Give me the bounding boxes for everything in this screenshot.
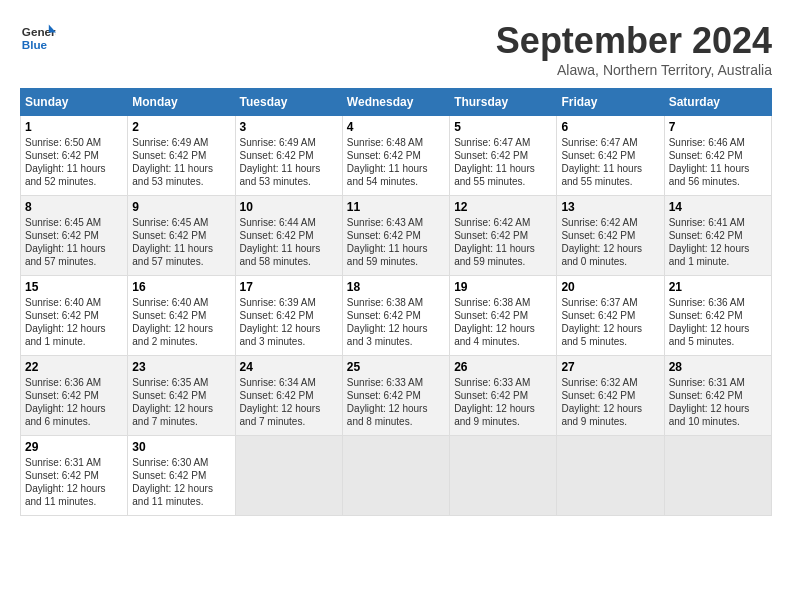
calendar-cell: 23Sunrise: 6:35 AM Sunset: 6:42 PM Dayli… — [128, 356, 235, 436]
day-number: 18 — [347, 280, 445, 294]
day-content: Sunrise: 6:37 AM Sunset: 6:42 PM Dayligh… — [561, 296, 659, 348]
day-number: 24 — [240, 360, 338, 374]
day-number: 4 — [347, 120, 445, 134]
day-of-week-header: Saturday — [664, 89, 771, 116]
day-of-week-header: Tuesday — [235, 89, 342, 116]
day-content: Sunrise: 6:42 AM Sunset: 6:42 PM Dayligh… — [454, 216, 552, 268]
day-number: 17 — [240, 280, 338, 294]
day-number: 5 — [454, 120, 552, 134]
day-number: 16 — [132, 280, 230, 294]
calendar-cell: 22Sunrise: 6:36 AM Sunset: 6:42 PM Dayli… — [21, 356, 128, 436]
calendar-cell — [235, 436, 342, 516]
day-content: Sunrise: 6:48 AM Sunset: 6:42 PM Dayligh… — [347, 136, 445, 188]
day-content: Sunrise: 6:38 AM Sunset: 6:42 PM Dayligh… — [347, 296, 445, 348]
day-content: Sunrise: 6:32 AM Sunset: 6:42 PM Dayligh… — [561, 376, 659, 428]
day-number: 26 — [454, 360, 552, 374]
day-content: Sunrise: 6:49 AM Sunset: 6:42 PM Dayligh… — [132, 136, 230, 188]
day-number: 13 — [561, 200, 659, 214]
day-number: 6 — [561, 120, 659, 134]
day-number: 22 — [25, 360, 123, 374]
day-content: Sunrise: 6:38 AM Sunset: 6:42 PM Dayligh… — [454, 296, 552, 348]
day-content: Sunrise: 6:30 AM Sunset: 6:42 PM Dayligh… — [132, 456, 230, 508]
day-content: Sunrise: 6:31 AM Sunset: 6:42 PM Dayligh… — [25, 456, 123, 508]
day-content: Sunrise: 6:33 AM Sunset: 6:42 PM Dayligh… — [347, 376, 445, 428]
day-content: Sunrise: 6:33 AM Sunset: 6:42 PM Dayligh… — [454, 376, 552, 428]
day-of-week-header: Thursday — [450, 89, 557, 116]
calendar-cell: 9Sunrise: 6:45 AM Sunset: 6:42 PM Daylig… — [128, 196, 235, 276]
calendar-cell: 11Sunrise: 6:43 AM Sunset: 6:42 PM Dayli… — [342, 196, 449, 276]
calendar-cell: 8Sunrise: 6:45 AM Sunset: 6:42 PM Daylig… — [21, 196, 128, 276]
day-number: 2 — [132, 120, 230, 134]
calendar-cell — [664, 436, 771, 516]
calendar-cell: 28Sunrise: 6:31 AM Sunset: 6:42 PM Dayli… — [664, 356, 771, 436]
calendar-cell: 7Sunrise: 6:46 AM Sunset: 6:42 PM Daylig… — [664, 116, 771, 196]
day-content: Sunrise: 6:35 AM Sunset: 6:42 PM Dayligh… — [132, 376, 230, 428]
day-content: Sunrise: 6:47 AM Sunset: 6:42 PM Dayligh… — [454, 136, 552, 188]
calendar-cell — [557, 436, 664, 516]
calendar-cell: 19Sunrise: 6:38 AM Sunset: 6:42 PM Dayli… — [450, 276, 557, 356]
day-number: 1 — [25, 120, 123, 134]
day-content: Sunrise: 6:44 AM Sunset: 6:42 PM Dayligh… — [240, 216, 338, 268]
day-number: 28 — [669, 360, 767, 374]
day-content: Sunrise: 6:49 AM Sunset: 6:42 PM Dayligh… — [240, 136, 338, 188]
calendar-cell: 5Sunrise: 6:47 AM Sunset: 6:42 PM Daylig… — [450, 116, 557, 196]
day-number: 29 — [25, 440, 123, 454]
day-content: Sunrise: 6:36 AM Sunset: 6:42 PM Dayligh… — [25, 376, 123, 428]
day-content: Sunrise: 6:42 AM Sunset: 6:42 PM Dayligh… — [561, 216, 659, 268]
calendar-cell: 10Sunrise: 6:44 AM Sunset: 6:42 PM Dayli… — [235, 196, 342, 276]
day-number: 14 — [669, 200, 767, 214]
day-content: Sunrise: 6:50 AM Sunset: 6:42 PM Dayligh… — [25, 136, 123, 188]
calendar-cell: 14Sunrise: 6:41 AM Sunset: 6:42 PM Dayli… — [664, 196, 771, 276]
day-number: 27 — [561, 360, 659, 374]
calendar-cell: 26Sunrise: 6:33 AM Sunset: 6:42 PM Dayli… — [450, 356, 557, 436]
day-content: Sunrise: 6:41 AM Sunset: 6:42 PM Dayligh… — [669, 216, 767, 268]
day-content: Sunrise: 6:46 AM Sunset: 6:42 PM Dayligh… — [669, 136, 767, 188]
calendar-cell: 15Sunrise: 6:40 AM Sunset: 6:42 PM Dayli… — [21, 276, 128, 356]
day-number: 20 — [561, 280, 659, 294]
day-of-week-header: Sunday — [21, 89, 128, 116]
day-content: Sunrise: 6:47 AM Sunset: 6:42 PM Dayligh… — [561, 136, 659, 188]
day-of-week-header: Friday — [557, 89, 664, 116]
day-number: 7 — [669, 120, 767, 134]
calendar-cell — [450, 436, 557, 516]
calendar-cell: 16Sunrise: 6:40 AM Sunset: 6:42 PM Dayli… — [128, 276, 235, 356]
month-title: September 2024 — [496, 20, 772, 62]
day-number: 21 — [669, 280, 767, 294]
logo-icon: General Blue — [20, 20, 56, 56]
day-content: Sunrise: 6:45 AM Sunset: 6:42 PM Dayligh… — [25, 216, 123, 268]
day-content: Sunrise: 6:34 AM Sunset: 6:42 PM Dayligh… — [240, 376, 338, 428]
day-number: 15 — [25, 280, 123, 294]
day-content: Sunrise: 6:36 AM Sunset: 6:42 PM Dayligh… — [669, 296, 767, 348]
calendar-cell: 2Sunrise: 6:49 AM Sunset: 6:42 PM Daylig… — [128, 116, 235, 196]
day-number: 10 — [240, 200, 338, 214]
day-number: 9 — [132, 200, 230, 214]
calendar-cell: 30Sunrise: 6:30 AM Sunset: 6:42 PM Dayli… — [128, 436, 235, 516]
calendar-cell: 17Sunrise: 6:39 AM Sunset: 6:42 PM Dayli… — [235, 276, 342, 356]
calendar-cell: 13Sunrise: 6:42 AM Sunset: 6:42 PM Dayli… — [557, 196, 664, 276]
calendar-cell — [342, 436, 449, 516]
day-content: Sunrise: 6:45 AM Sunset: 6:42 PM Dayligh… — [132, 216, 230, 268]
day-number: 8 — [25, 200, 123, 214]
calendar-cell: 27Sunrise: 6:32 AM Sunset: 6:42 PM Dayli… — [557, 356, 664, 436]
calendar-cell: 1Sunrise: 6:50 AM Sunset: 6:42 PM Daylig… — [21, 116, 128, 196]
day-content: Sunrise: 6:39 AM Sunset: 6:42 PM Dayligh… — [240, 296, 338, 348]
calendar-cell: 21Sunrise: 6:36 AM Sunset: 6:42 PM Dayli… — [664, 276, 771, 356]
calendar-cell: 20Sunrise: 6:37 AM Sunset: 6:42 PM Dayli… — [557, 276, 664, 356]
day-of-week-header: Wednesday — [342, 89, 449, 116]
calendar-cell: 25Sunrise: 6:33 AM Sunset: 6:42 PM Dayli… — [342, 356, 449, 436]
calendar-cell: 4Sunrise: 6:48 AM Sunset: 6:42 PM Daylig… — [342, 116, 449, 196]
location-subtitle: Alawa, Northern Territory, Australia — [496, 62, 772, 78]
calendar-cell: 12Sunrise: 6:42 AM Sunset: 6:42 PM Dayli… — [450, 196, 557, 276]
day-number: 11 — [347, 200, 445, 214]
calendar-cell: 3Sunrise: 6:49 AM Sunset: 6:42 PM Daylig… — [235, 116, 342, 196]
calendar-cell: 18Sunrise: 6:38 AM Sunset: 6:42 PM Dayli… — [342, 276, 449, 356]
calendar-table: SundayMondayTuesdayWednesdayThursdayFrid… — [20, 88, 772, 516]
calendar-cell: 29Sunrise: 6:31 AM Sunset: 6:42 PM Dayli… — [21, 436, 128, 516]
day-content: Sunrise: 6:43 AM Sunset: 6:42 PM Dayligh… — [347, 216, 445, 268]
calendar-cell: 24Sunrise: 6:34 AM Sunset: 6:42 PM Dayli… — [235, 356, 342, 436]
svg-text:Blue: Blue — [22, 38, 48, 51]
day-number: 23 — [132, 360, 230, 374]
day-content: Sunrise: 6:40 AM Sunset: 6:42 PM Dayligh… — [132, 296, 230, 348]
day-content: Sunrise: 6:31 AM Sunset: 6:42 PM Dayligh… — [669, 376, 767, 428]
day-number: 12 — [454, 200, 552, 214]
